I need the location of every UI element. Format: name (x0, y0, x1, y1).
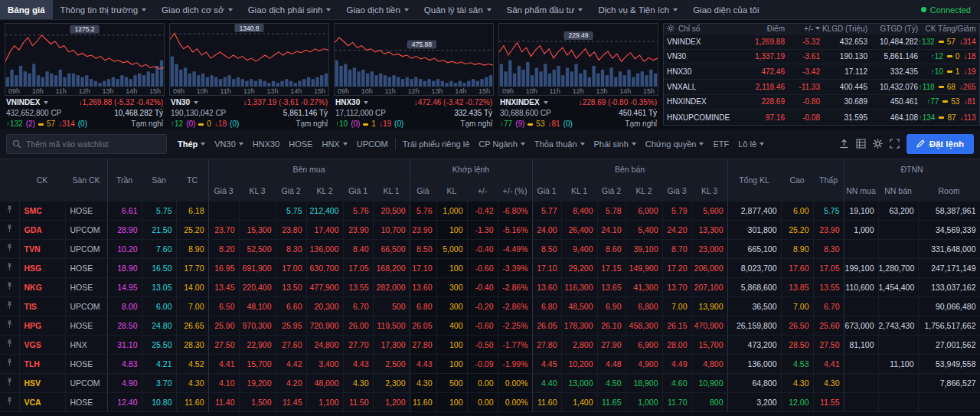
nav-item[interactable]: Giao diện của tôi (685, 0, 766, 19)
board-tab[interactable]: HNX30 (248, 136, 284, 152)
nav-item[interactable]: Quản lý tài sản (416, 0, 499, 19)
nav-item[interactable]: Dịch vụ & Tiện ích (590, 0, 685, 19)
data-cell: -3.39% (498, 258, 532, 277)
x-tick-label: 13h (596, 87, 607, 95)
index-row[interactable]: VNINDEX1,269.88-5.32432.65310,484.282↑13… (664, 34, 979, 50)
data-cell: 36,500 (727, 296, 781, 316)
board-tab[interactable]: Thỏa thuận (530, 136, 590, 152)
pin-cell[interactable] (0, 392, 19, 411)
data-cell: 500 (436, 373, 467, 392)
board-tab[interactable]: Phái sinh (590, 136, 641, 152)
index-row[interactable]: VNXALL2,118.46-11.33400.44510,432.076↑11… (664, 80, 979, 95)
index-row-gtgd: 450.461 (867, 97, 918, 106)
pin-cell[interactable] (0, 220, 19, 239)
index-selector[interactable]: HNX30 (335, 98, 368, 107)
nav-item[interactable]: Giao dịch tiền (338, 0, 416, 19)
sub-col-foreign: NN bán (878, 180, 918, 201)
index-row[interactable]: HNXINDEX228.69-0.8030.689450.461↑7753↓81 (664, 95, 979, 110)
board-tab[interactable]: HNX (317, 136, 351, 152)
search-input[interactable] (26, 139, 161, 149)
col-low: Thấp (813, 159, 844, 201)
data-cell: 24.20 (662, 220, 691, 239)
board-tab[interactable]: Thép (173, 136, 210, 152)
index-selector[interactable]: HNXINDEX (500, 98, 548, 107)
sub-col-sell: KL 2 (626, 180, 662, 201)
board-tab[interactable]: Chứng quyền (641, 136, 709, 152)
board-tab[interactable]: ETF (708, 136, 733, 152)
index-selector[interactable]: VNINDEX (6, 98, 48, 107)
index-row[interactable]: VN301,337.19-3.61190.1305,861.146↑120↓18 (664, 50, 979, 65)
pin-cell[interactable] (0, 373, 19, 392)
nav-item-label: Quản lý tài sản (424, 5, 483, 15)
data-cell: 220,400 (239, 277, 276, 296)
ticker-cell[interactable]: NKG (19, 277, 65, 296)
place-order-button[interactable]: Đặt lệnh (906, 134, 974, 154)
flat-count: 53 (951, 97, 959, 106)
tab-label: Lô lẻ (738, 139, 756, 149)
ticker-cell[interactable]: HPG (19, 316, 65, 335)
pin-cell[interactable] (0, 316, 19, 335)
pin-cell[interactable] (0, 335, 19, 354)
ticker-cell[interactable]: VCA (19, 392, 65, 411)
ticker-cell[interactable]: TVN (19, 239, 65, 258)
index-chart-info: HNX30↓472.46 (-3.42 -0.72%)17,112,000 CP… (334, 96, 494, 129)
connection-status: Connected (921, 5, 980, 15)
data-cell: 400 (436, 316, 467, 335)
upload-icon[interactable] (839, 139, 849, 149)
data-cell: 24.80 (142, 316, 176, 335)
index-row[interactable]: HNXUPCOMINDE97.16-0.0831.595464.108↑1348… (664, 110, 979, 125)
data-cell: 6.70 (813, 296, 844, 316)
data-cell: 691,900 (239, 258, 276, 277)
nav-item[interactable]: Giao dịch phái sinh (240, 0, 339, 19)
nav-item[interactable]: Thông tin thị trường (53, 0, 155, 19)
nav-item[interactable]: Giao dịch cơ sở (154, 0, 240, 19)
gear-icon[interactable] (667, 25, 675, 32)
board-tab[interactable]: Trái phiếu riêng lẻ (398, 136, 475, 152)
excel-export-icon[interactable] (856, 139, 866, 149)
ticker-cell[interactable]: VGS (19, 335, 65, 354)
board-tab[interactable]: VN30 (210, 136, 248, 152)
index-header-change[interactable]: +/- (785, 25, 820, 33)
board-tab[interactable]: UPCOM (352, 136, 393, 152)
down-count: ↓18 (214, 120, 227, 129)
data-cell: 8.00 (107, 296, 142, 316)
data-cell: 10,200 (561, 354, 597, 373)
index-row[interactable]: HNX30472.46-3.4217.112332.435↑101↓19 (664, 64, 979, 80)
data-cell: 39,100 (626, 239, 662, 258)
pin-cell[interactable] (0, 201, 19, 220)
pin-cell[interactable] (0, 258, 19, 277)
data-cell: 26,159,800 (727, 316, 781, 335)
data-cell: 1,756,517,662 (918, 316, 980, 335)
session-status: Tạm nghỉ (131, 120, 163, 129)
gear-icon[interactable] (873, 139, 883, 149)
ticker-cell[interactable]: HSV (19, 373, 65, 392)
board-tab[interactable]: Lô lẻ (733, 136, 769, 152)
index-selector[interactable]: VN30 (171, 98, 198, 107)
index-header-klgd: KLGD (Triệu) (820, 25, 867, 33)
ticker-cell[interactable]: TLH (19, 354, 65, 373)
ticker-cell[interactable]: HSG (19, 258, 65, 277)
x-tick-label: 11h (220, 87, 231, 95)
connected-dot-icon (921, 7, 926, 12)
data-cell: 1,200 (373, 392, 410, 411)
ticker-cell[interactable]: GDA (19, 220, 65, 239)
ticker-cell[interactable]: TIS (19, 296, 65, 316)
sub-col-buy: Giá 2 (276, 180, 306, 201)
data-cell: 301,800 (727, 220, 781, 239)
fullscreen-icon[interactable] (890, 139, 900, 149)
data-cell: 5.76 (410, 201, 436, 220)
board-tab[interactable]: HOSE (284, 136, 317, 152)
nav-item[interactable]: Sản phẩm đầu tư (499, 0, 591, 19)
chevron-down-icon (194, 101, 198, 104)
nav-item[interactable]: Bảng giá (0, 0, 53, 19)
flat-count: 0 (207, 120, 211, 129)
data-cell: 4.83 (107, 354, 142, 373)
board-tab[interactable]: CP Ngành (474, 136, 530, 152)
ticker-cell[interactable]: SMC (19, 201, 65, 220)
pin-cell[interactable] (0, 277, 19, 296)
pin-cell[interactable] (0, 239, 19, 258)
pin-cell[interactable] (0, 354, 19, 373)
watchlist-search[interactable] (6, 134, 167, 154)
index-row-change: -0.80 (785, 97, 820, 106)
pin-cell[interactable] (0, 296, 19, 316)
